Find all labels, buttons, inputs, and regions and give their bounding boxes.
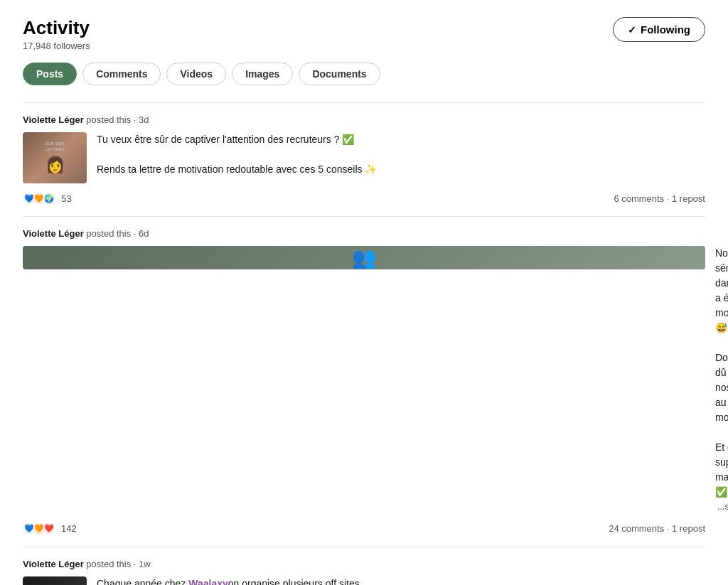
follower-count: 17,948 followers — [23, 41, 90, 51]
reaction-count: 53 — [61, 193, 71, 204]
post-action: posted this · — [86, 114, 139, 125]
page-header: Activity 17,948 followers ✓ Following — [23, 17, 705, 51]
waalaxy-link[interactable]: Waalaxy — [188, 578, 228, 586]
post-line-1: Tu veux être sûr de captiver l'attention… — [97, 132, 705, 147]
post-meta: Violette Léger posted this · 6d — [23, 228, 705, 239]
post-thumbnail: 👥 ANNULÉ ANNULÉ ✕ — [23, 576, 87, 586]
post-text: Notre séminaire dans un gîte a été un fl… — [715, 246, 728, 514]
post-line-2: Rends ta lettre de motivation redoutable… — [97, 162, 705, 177]
post-item: Violette Léger posted this · 3d SUR 3000… — [23, 103, 705, 217]
activity-page: Activity 17,948 followers ✓ Following Po… — [0, 0, 728, 585]
thumb-label1: SUR 3000 — [45, 141, 65, 147]
post-author: Violette Léger — [23, 559, 84, 569]
reaction-count: 142 — [61, 523, 77, 534]
post-text: Chaque année chez Waalaxyon organise plu… — [97, 576, 705, 586]
header-left: Activity 17,948 followers — [23, 17, 90, 51]
reaction-support: 🌍 — [43, 192, 55, 205]
post-meta: Violette Léger posted this · 3d — [23, 114, 705, 125]
post-body: 👥 Notre séminaire dans un gîte a été un … — [23, 246, 705, 514]
post-item: Violette Léger posted this · 6d 👥 Notre … — [23, 217, 705, 547]
post-footer: 💙 🧡 🌍 53 6 comments · 1 repost — [23, 192, 705, 205]
post-thumbnail: SUR 3000 LETTRES 👩 — [23, 132, 87, 183]
post-text: Tu veux être sûr de captiver l'attention… — [97, 132, 705, 177]
tab-videos[interactable]: Videos — [166, 63, 226, 85]
post-action: posted this · — [86, 228, 139, 239]
post-body: SUR 3000 LETTRES 👩 Tu veux être sûr de c… — [23, 132, 705, 183]
following-button-label: Following — [641, 23, 690, 36]
tab-images[interactable]: Images — [232, 63, 293, 85]
checkmark-icon: ✓ — [628, 24, 636, 36]
post-line-3: Et ça a super bien marché ! ✅... — [715, 440, 728, 500]
post-item: Violette Léger posted this · 1w 👥 ANNULÉ… — [23, 547, 705, 586]
post-stats: 6 comments · 1 repost — [614, 193, 705, 204]
filter-tabs: Posts Comments Videos Images Documents — [23, 63, 705, 85]
page-title: Activity — [23, 17, 90, 39]
post-text-before-link: Chaque année chez — [97, 578, 188, 586]
tab-comments[interactable]: Comments — [82, 63, 161, 85]
post-stats: 24 comments · 1 repost — [609, 523, 705, 534]
post-footer: 💙 🧡 ❤️ 142 24 comments · 1 repost — [23, 522, 705, 535]
post-meta: Violette Léger posted this · 1w — [23, 559, 705, 569]
post-line-1: Notre séminaire dans un gîte a été un fl… — [715, 246, 728, 336]
post-time: 6d — [139, 228, 149, 239]
post-author: Violette Léger — [23, 228, 84, 239]
tab-posts[interactable]: Posts — [23, 63, 77, 85]
post-line-2: Donc, on a dû changer nos plans au derni… — [715, 350, 728, 425]
post-time: 1w — [139, 559, 151, 569]
post-line-1: Chaque année chez Waalaxyon organise plu… — [97, 576, 705, 586]
thumb-label2: LETTRES — [45, 147, 65, 153]
post-body: 👥 ANNULÉ ANNULÉ ✕ Chaque année chez Waal… — [23, 576, 705, 586]
post-author: Violette Léger — [23, 114, 84, 125]
post-action: posted this · — [86, 559, 139, 569]
reaction-icons: 💙 🧡 🌍 — [23, 192, 55, 205]
following-button[interactable]: ✓ Following — [613, 17, 705, 42]
reaction-icons: 💙 🧡 ❤️ — [23, 522, 55, 535]
post-thumbnail: 👥 — [23, 246, 705, 269]
tab-documents[interactable]: Documents — [299, 63, 380, 85]
reactions: 💙 🧡 🌍 53 — [23, 192, 71, 205]
post-text-after-link: on organise plusieurs off sites. — [228, 578, 363, 586]
post-time: 3d — [139, 114, 149, 125]
show-more-link[interactable]: ...show more — [717, 500, 728, 514]
reactions: 💙 🧡 ❤️ 142 — [23, 522, 77, 535]
reaction-love: ❤️ — [43, 522, 55, 535]
